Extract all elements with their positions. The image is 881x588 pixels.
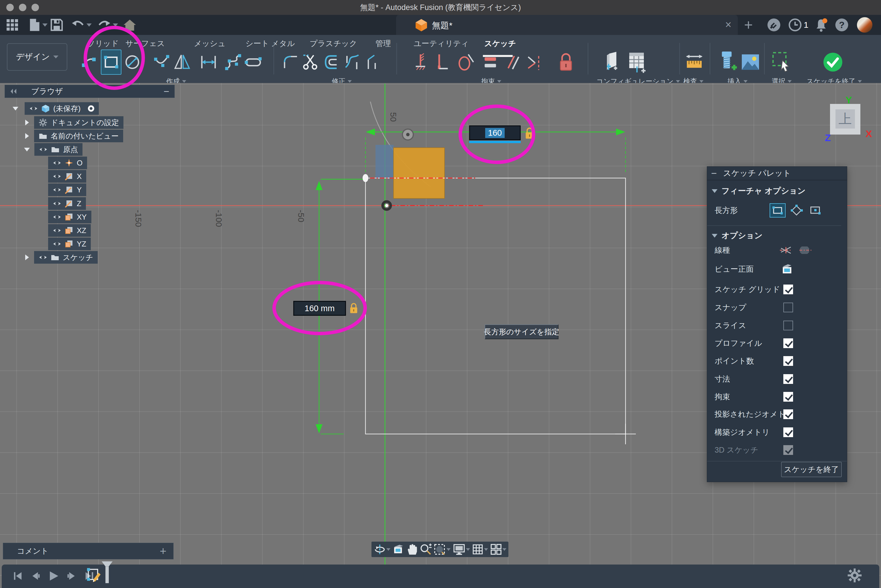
document-tab[interactable]: 無題* × xyxy=(396,15,738,35)
home-button[interactable] xyxy=(123,15,136,35)
tab-mesh[interactable]: メッシュ xyxy=(194,38,226,49)
insert-image-button[interactable] xyxy=(740,50,761,75)
look-at-icon[interactable] xyxy=(392,544,404,555)
configure-feature-button[interactable] xyxy=(603,50,623,75)
options-section[interactable]: オプション xyxy=(707,230,847,241)
tangent-constraint-button[interactable] xyxy=(456,50,476,75)
sketch-palette-header[interactable]: − スケッチ パレット xyxy=(707,166,847,180)
points-checkbox[interactable] xyxy=(783,356,793,366)
browser-row-origin-point[interactable]: O xyxy=(48,157,87,169)
minimize-panel-icon[interactable]: − xyxy=(164,88,169,94)
height-dimension-input[interactable]: 160 mm xyxy=(293,301,346,316)
snap-checkbox[interactable] xyxy=(783,303,793,312)
chevron-down-icon[interactable] xyxy=(502,548,507,551)
trim-tool-button[interactable] xyxy=(301,50,321,75)
add-comment-icon[interactable]: + xyxy=(160,547,166,555)
profile-checkbox[interactable] xyxy=(783,338,793,348)
timeline-step-back-button[interactable] xyxy=(28,568,43,584)
symmetry-constraint-button[interactable] xyxy=(523,50,544,75)
offset-tool-button[interactable] xyxy=(322,50,343,75)
timeline-settings-button[interactable] xyxy=(847,568,862,584)
two-point-rectangle-button[interactable] xyxy=(770,203,786,218)
lock-constraint-button[interactable] xyxy=(556,50,576,75)
visibility-eye-icon[interactable] xyxy=(29,104,38,113)
extend-tool-button[interactable] xyxy=(361,50,382,75)
visibility-eye-icon[interactable] xyxy=(53,240,61,248)
measure-tool-button[interactable] xyxy=(684,50,705,75)
chevron-down-icon[interactable] xyxy=(13,107,18,111)
visibility-eye-icon[interactable] xyxy=(53,186,61,194)
timeline-play-button[interactable] xyxy=(46,568,61,584)
chevron-right-icon[interactable] xyxy=(25,120,29,125)
parallel-constraint-button[interactable] xyxy=(502,50,522,75)
sketch-grid-checkbox[interactable] xyxy=(783,285,793,294)
save-button[interactable] xyxy=(50,15,63,35)
tab-sketch[interactable]: スケッチ xyxy=(484,38,516,49)
browser-row-sketches[interactable]: スケッチ xyxy=(25,251,98,264)
dimension-tool-button[interactable] xyxy=(198,50,219,75)
collapse-panel-icon[interactable] xyxy=(9,88,18,95)
horizontal-vertical-constraint-button[interactable] xyxy=(431,50,452,75)
slot-tool-button[interactable] xyxy=(243,50,263,75)
configuration-table-button[interactable] xyxy=(627,50,647,75)
dimensions-checkbox[interactable] xyxy=(783,374,793,384)
visibility-eye-icon[interactable] xyxy=(39,145,48,154)
tab-sheetmetal[interactable]: シート メタル xyxy=(245,38,295,49)
redo-button[interactable] xyxy=(98,15,118,35)
visibility-eye-icon[interactable] xyxy=(53,159,61,167)
browser-row-document[interactable]: (未保存) xyxy=(13,102,99,115)
center-diagonal-rectangle-button[interactable] xyxy=(788,203,804,218)
help-button[interactable]: ? xyxy=(835,15,849,35)
tab-manage[interactable]: 管理 xyxy=(376,38,391,49)
construction-geometry-checkbox[interactable] xyxy=(783,428,793,437)
finish-sketch-button[interactable] xyxy=(822,50,843,75)
zoom-icon[interactable] xyxy=(419,543,431,555)
chevron-right-icon[interactable] xyxy=(25,255,29,260)
fillet-tool-button[interactable] xyxy=(281,50,301,75)
visibility-eye-icon[interactable] xyxy=(53,199,61,208)
timeline-skip-start-button[interactable] xyxy=(10,568,25,584)
arc-tool-button[interactable] xyxy=(152,50,173,75)
break-tool-button[interactable] xyxy=(342,50,362,75)
finish-sketch-palette-button[interactable]: スケッチを終了 xyxy=(781,462,842,477)
zoom-window-icon[interactable] xyxy=(434,543,446,555)
browser-row-yz-plane[interactable]: YZ xyxy=(48,238,91,250)
new-tab-button[interactable]: + xyxy=(744,15,753,35)
tab-solid[interactable]: ソリッド xyxy=(87,38,119,49)
slice-checkbox[interactable] xyxy=(783,321,793,330)
browser-row-x-axis[interactable]: X xyxy=(48,170,86,183)
centerline-toggle[interactable] xyxy=(799,244,812,257)
look-at-button[interactable] xyxy=(780,262,794,276)
tab-surface[interactable]: サーフェス xyxy=(125,38,165,49)
grid-settings-icon[interactable] xyxy=(472,543,484,555)
tab-utilities[interactable]: ユーティリティ xyxy=(413,38,469,49)
comments-bar[interactable]: コメント + xyxy=(3,543,174,560)
chevron-down-icon[interactable] xyxy=(386,548,390,551)
timeline-position-marker[interactable] xyxy=(101,561,113,584)
chevron-down-icon[interactable] xyxy=(24,148,30,152)
user-avatar[interactable] xyxy=(857,15,872,35)
circle-tool-button[interactable] xyxy=(122,50,143,75)
construction-line-toggle[interactable] xyxy=(779,244,792,257)
minimize-panel-icon[interactable]: − xyxy=(711,171,717,176)
browser-row-named-views[interactable]: 名前の付いたビュー xyxy=(25,130,123,142)
rectangle-tool-button[interactable] xyxy=(101,50,122,75)
file-menu-button[interactable] xyxy=(29,15,48,35)
dimension-lock-icon[interactable] xyxy=(349,303,359,314)
extensions-button[interactable] xyxy=(767,15,781,35)
workspace-selector[interactable]: デザイン xyxy=(7,43,67,71)
visibility-eye-icon[interactable] xyxy=(53,226,61,235)
dimension-lock-icon[interactable] xyxy=(524,127,535,140)
browser-row-xy-plane[interactable]: XY xyxy=(48,211,92,223)
equal-constraint-button[interactable] xyxy=(480,50,501,75)
pan-hand-icon[interactable] xyxy=(406,543,418,555)
browser-row-document-settings[interactable]: ドキュメントの設定 xyxy=(25,116,123,129)
fix-constraint-button[interactable] xyxy=(410,50,431,75)
browser-row-y-axis[interactable]: Y xyxy=(48,183,86,196)
spline-tool-button[interactable] xyxy=(223,50,244,75)
select-tool-button[interactable] xyxy=(770,50,791,75)
chevron-down-icon[interactable] xyxy=(447,548,451,551)
line-tool-button[interactable] xyxy=(80,50,100,75)
width-dimension-input[interactable]: 160 xyxy=(469,125,521,140)
activate-component-radio[interactable] xyxy=(88,105,94,112)
